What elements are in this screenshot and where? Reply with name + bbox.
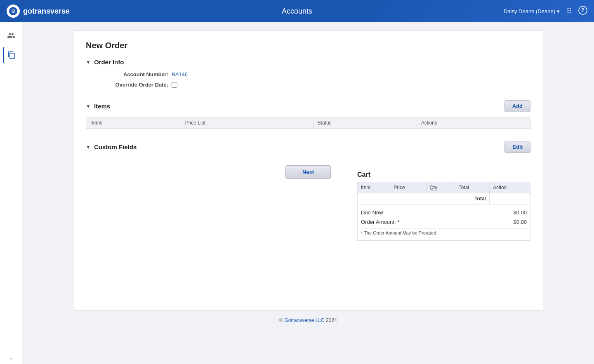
sidebar-item-copy[interactable] (3, 47, 19, 63)
override-date-row: Override Order Date: (102, 82, 530, 88)
cart-title: Cart (357, 171, 530, 178)
order-info-section: ▼ Order Info Account Number: BA146 Overr… (86, 59, 530, 88)
custom-fields-chevron[interactable]: ▼ (86, 144, 91, 150)
cart-due-now-value: $0.00 (513, 209, 527, 216)
user-menu[interactable]: Daisy Deane (Deane) ▾ (504, 8, 560, 14)
items-section-top: ▼ Items Add (86, 100, 530, 112)
custom-fields-header: ▼ Custom Fields (86, 143, 137, 150)
custom-fields-top: ▼ Custom Fields Edit (86, 141, 530, 153)
account-number-value[interactable]: BA146 (172, 71, 188, 77)
sidebar-expand[interactable]: » (9, 356, 12, 361)
cart-order-amount-label: Order Amount: * (361, 219, 399, 225)
override-date-label: Override Order Date: (102, 82, 168, 88)
footer-year: 2024 (325, 317, 337, 323)
account-number-label: Account Number: (102, 71, 168, 77)
user-dropdown-icon: ▾ (557, 8, 560, 14)
edit-button[interactable]: Edit (504, 141, 530, 153)
cart-total-action (489, 193, 530, 204)
footer: © Gotransverse LLC 2024 (273, 311, 344, 330)
cart-col-total: Total (455, 182, 489, 193)
cart-order-amount-row: Order Amount: * $0.00 (361, 217, 527, 227)
svg-text:⊙: ⊙ (11, 8, 15, 14)
cart-due-now-row: Due Now: $0.00 (361, 208, 527, 217)
order-info-fields: Account Number: BA146 Override Order Dat… (102, 71, 530, 88)
help-icon[interactable]: ? (578, 6, 587, 17)
items-label: Items (94, 103, 110, 110)
items-table-header-row: Items Price List Status Actions (86, 117, 530, 129)
main-content: New Order ▼ Order Info Account Number: B… (22, 22, 594, 364)
cart-order-amount-value: $0.00 (513, 219, 527, 225)
cart-section: Cart Item Price Qty Total Action To (357, 171, 530, 241)
items-header: ▼ Items (86, 103, 110, 110)
items-col-status: Status (313, 117, 417, 129)
header-title: Accounts (282, 7, 312, 16)
sidebar-item-people[interactable] (3, 27, 19, 44)
custom-fields-label: Custom Fields (94, 143, 137, 150)
cart-total-label: Total (358, 193, 490, 204)
cart-prorate-note: * The Order Amount May be Prorated (361, 228, 527, 237)
cart-table-body: Total (358, 193, 530, 204)
order-info-header: ▼ Order Info (86, 59, 530, 66)
user-name: Daisy Deane (Deane) (504, 8, 555, 14)
cart-summary: Due Now: $0.00 Order Amount: * $0.00 * T… (357, 204, 530, 241)
cart-header-row: Item Price Qty Total Action (358, 182, 530, 193)
footer-company-link[interactable]: Gotransverse LLC (284, 317, 324, 323)
cart-col-item: Item (358, 182, 390, 193)
next-button[interactable]: Next (285, 165, 331, 179)
items-section: ▼ Items Add Items Price List Status Acti… (86, 100, 530, 129)
footer-copyright: © (279, 317, 284, 323)
cart-col-action: Action (489, 182, 530, 193)
custom-fields-section: ▼ Custom Fields Edit (86, 141, 530, 153)
items-col-items: Items (86, 117, 181, 129)
add-button[interactable]: Add (504, 100, 530, 112)
logo[interactable]: ⊙ gotransverse (7, 5, 70, 18)
logo-text: gotransverse (23, 7, 70, 16)
cart-col-qty: Qty (426, 182, 455, 193)
content-card: New Order ▼ Order Info Account Number: B… (73, 31, 543, 311)
header-right: Daisy Deane (Deane) ▾ ⠿ ? (504, 6, 587, 17)
items-table: Items Price List Status Actions (86, 117, 530, 129)
order-info-chevron[interactable]: ▼ (86, 59, 91, 65)
svg-text:?: ? (581, 7, 585, 13)
cart-total-row: Total (358, 193, 530, 204)
grid-icon[interactable]: ⠿ (566, 7, 572, 16)
items-chevron[interactable]: ▼ (86, 103, 91, 109)
cart-due-now-label: Due Now: (361, 209, 384, 216)
items-col-actions: Actions (417, 117, 530, 129)
page-title: New Order (86, 41, 530, 50)
logo-icon: ⊙ (7, 5, 20, 18)
order-info-label: Order Info (94, 59, 124, 66)
header: ⊙ gotransverse Accounts Daisy Deane (Dea… (0, 0, 594, 22)
account-number-row: Account Number: BA146 (102, 71, 530, 77)
cart-table: Item Price Qty Total Action Total (357, 182, 530, 204)
items-col-pricelist: Price List (181, 117, 313, 129)
cart-col-price: Price (390, 182, 426, 193)
layout: » New Order ▼ Order Info Account Number:… (0, 22, 594, 364)
sidebar: » (0, 22, 22, 364)
override-date-checkbox[interactable] (172, 82, 177, 88)
